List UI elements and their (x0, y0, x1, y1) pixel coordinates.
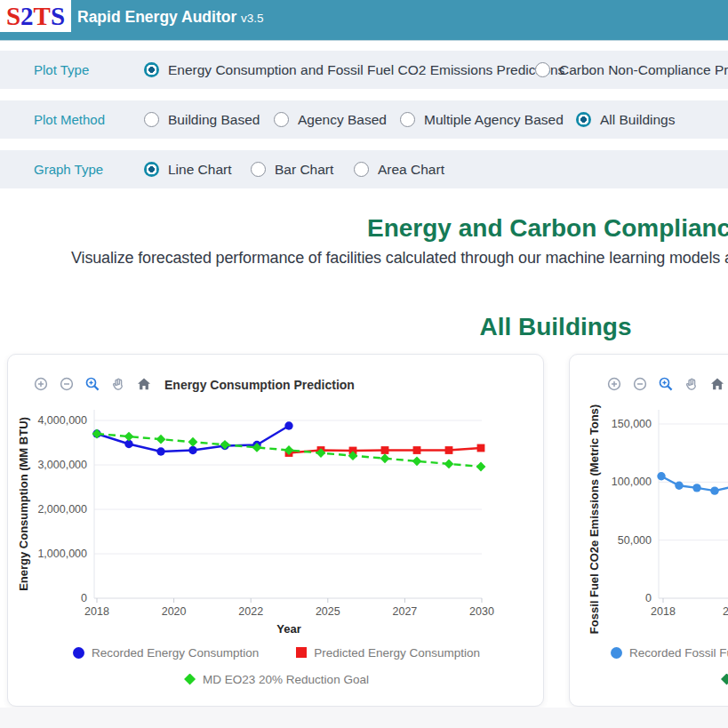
radio-unselected-icon (251, 162, 266, 177)
legend-row: Recorded Energy ConsumptionPredicted Ene… (8, 641, 545, 664)
svg-text:Year: Year (276, 622, 300, 636)
svg-text:0: 0 (81, 592, 87, 604)
plot-method-row: Plot Method Building Based Agency Based … (0, 100, 728, 139)
radio-bar-chart[interactable]: Bar Chart (251, 150, 333, 188)
legend-row: Recorded Fossil Fuel CO2e Emissions (570, 641, 728, 664)
svg-text:Energy Consumption (MM BTU): Energy Consumption (MM BTU) (17, 417, 30, 591)
app-header: S2TS Rapid Energy Auditor v3.5 (0, 0, 728, 41)
section-title: All Buildings (0, 313, 728, 341)
plot-method-label: Plot Method (34, 100, 105, 139)
radio-energy-co2-predictions[interactable]: Energy Consumption and Fossil Fuel CO2 E… (144, 51, 564, 89)
logo-letter: T (34, 2, 51, 31)
svg-text:2018: 2018 (651, 605, 676, 618)
svg-text:1,000,000: 1,000,000 (37, 548, 87, 560)
radio-unselected-icon (144, 112, 159, 127)
legend-label: Recorded Energy Consumption (92, 646, 259, 660)
plot-type-label: Plot Type (34, 51, 89, 89)
radio-building-based[interactable]: Building Based (144, 100, 260, 139)
page-title: Energy and Carbon Compliance (367, 214, 728, 243)
diamond-legend-marker-icon (721, 674, 728, 685)
svg-text:2022: 2022 (723, 605, 728, 618)
co2-emissions-chart-card: Fossil Fuel CO2e Emissions Prediction 05… (569, 354, 728, 707)
radio-label: Building Based (168, 112, 260, 128)
radio-unselected-icon (400, 112, 415, 127)
svg-text:150,000: 150,000 (612, 418, 652, 430)
radio-carbon-non-compliance[interactable]: Carbon Non-Compliance Projections (535, 51, 728, 89)
series-recorded-fossil-fuel-co2e-emissions (657, 472, 728, 495)
radio-all-buildings[interactable]: All Buildings (576, 100, 675, 139)
radio-selected-icon (144, 62, 159, 77)
logo-letter: S (51, 2, 65, 31)
svg-text:2,000,000: 2,000,000 (37, 503, 87, 516)
radio-label: Line Chart (168, 162, 232, 178)
svg-text:2027: 2027 (392, 605, 417, 618)
app-root: S2TS Rapid Energy Auditor v3.5 Plot Type… (0, 0, 728, 728)
plot-type-row: Plot Type Energy Consumption and Fossil … (0, 51, 728, 89)
svg-text:2018: 2018 (84, 605, 109, 618)
radio-label: Agency Based (298, 112, 387, 128)
radio-selected-icon (144, 162, 159, 177)
app-version: v3.5 (241, 12, 264, 25)
circle-legend-marker-icon (73, 647, 84, 659)
legend-row: MD EO23 20% Reduction Goal (570, 668, 728, 691)
svg-text:4,000,000: 4,000,000 (37, 414, 87, 427)
radio-unselected-icon (354, 162, 369, 177)
legend-item[interactable]: Recorded Energy Consumption (73, 646, 259, 660)
radio-label: Area Chart (378, 162, 444, 178)
circle-legend-marker-icon (611, 647, 622, 659)
radio-label: Energy Consumption and Fossil Fuel CO2 E… (168, 62, 564, 78)
diamond-legend-marker-icon (184, 674, 196, 685)
legend-item[interactable]: MD EO23 20% Reduction Goal (721, 673, 728, 686)
svg-text:2030: 2030 (469, 605, 494, 618)
legend-item[interactable]: Recorded Fossil Fuel CO2e Emissions (611, 646, 728, 660)
radio-label: Carbon Non-Compliance Projections (559, 62, 728, 78)
radio-unselected-icon (535, 62, 550, 77)
svg-text:2025: 2025 (316, 605, 340, 618)
radio-agency-based[interactable]: Agency Based (274, 100, 387, 139)
page-bottom-background (0, 708, 728, 728)
radio-label: Multiple Agency Based (424, 112, 564, 128)
radio-area-chart[interactable]: Area Chart (354, 150, 444, 188)
radio-label: Bar Chart (275, 162, 333, 178)
graph-type-label: Graph Type (34, 150, 103, 188)
app-title: Rapid Energy Auditor v3.5 (77, 8, 264, 27)
svg-text:3,000,000: 3,000,000 (37, 459, 87, 471)
chart-legend: Recorded Energy ConsumptionPredicted Ene… (8, 641, 545, 691)
legend-row: MD EO23 20% Reduction Goal (8, 668, 545, 691)
legend-item[interactable]: MD EO23 20% Reduction Goal (184, 673, 369, 686)
radio-multiple-agency-based[interactable]: Multiple Agency Based (400, 100, 564, 139)
legend-label: Recorded Fossil Fuel CO2e Emissions (629, 646, 728, 660)
chart-legend: Recorded Fossil Fuel CO2e EmissionsMD EO… (570, 641, 728, 691)
radio-selected-icon (576, 112, 591, 127)
logo-letter: 2 (20, 2, 34, 31)
energy-consumption-chart-card: Energy Consumption Prediction 01,000,000… (7, 354, 544, 707)
radio-label: All Buildings (600, 112, 675, 128)
svg-text:50,000: 50,000 (618, 534, 652, 547)
square-legend-marker-icon (296, 647, 307, 658)
logo: S2TS (0, 0, 71, 32)
legend-label: MD EO23 20% Reduction Goal (203, 673, 369, 686)
svg-text:100,000: 100,000 (612, 476, 652, 488)
legend-label: Predicted Energy Consumption (314, 646, 480, 660)
svg-text:0: 0 (645, 592, 652, 604)
svg-text:2020: 2020 (162, 605, 187, 618)
page-subtitle: Visualize forecasted performance of faci… (71, 249, 728, 268)
svg-text:2022: 2022 (238, 605, 263, 618)
radio-line-chart[interactable]: Line Chart (144, 150, 232, 188)
svg-text:Fossil Fuel CO2e Emissions (Me: Fossil Fuel CO2e Emissions (Metric Tons) (588, 404, 601, 634)
legend-item[interactable]: Predicted Energy Consumption (296, 646, 480, 660)
app-title-text: Rapid Energy Auditor (77, 8, 236, 26)
radio-unselected-icon (274, 112, 289, 127)
logo-letter: S (6, 2, 20, 31)
graph-type-row: Graph Type Line Chart Bar Chart Area Cha… (0, 150, 728, 188)
